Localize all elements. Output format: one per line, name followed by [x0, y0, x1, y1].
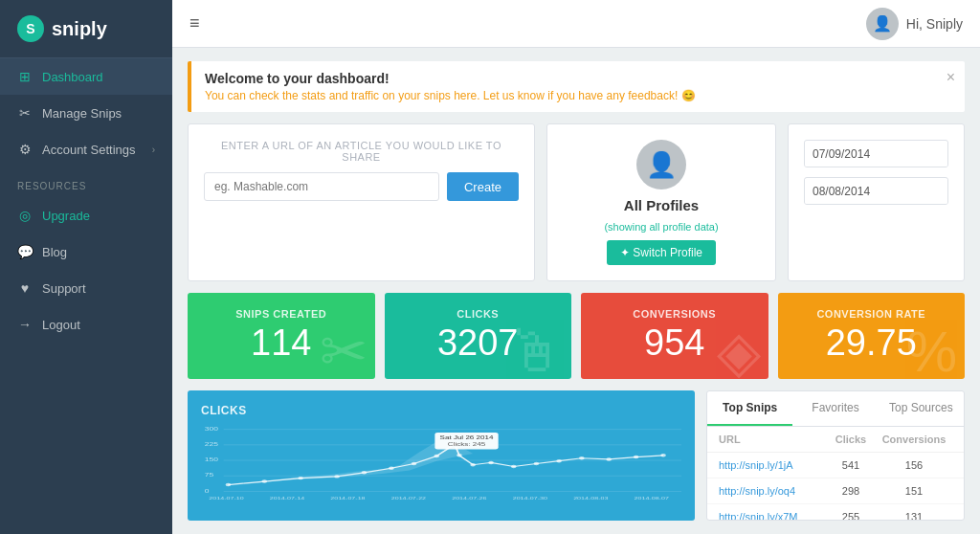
sidebar-item-label: Account Settings — [42, 143, 136, 157]
sidebar-item-account-settings[interactable]: ⚙ Account Settings › — [0, 131, 172, 167]
sidebar-item-support[interactable]: ♥ Support — [0, 270, 172, 306]
stat-bg-icon: 🖱 — [506, 319, 564, 379]
switch-profile-button[interactable]: ✦ Switch Profile — [607, 240, 716, 265]
main: ≡ 👤 Hi, Sniply Welcome to your dashboard… — [172, 0, 980, 534]
sidebar: S sniply ⊞ Dashboard ✂ Manage Snips ⚙ Ac… — [0, 0, 172, 534]
sidebar-item-label: Dashboard — [42, 70, 103, 84]
stat-bg-icon: ◈ — [717, 318, 761, 379]
chart-card: CLICKS 300 225 150 75 0 — [188, 390, 695, 521]
logo-text: sniply — [52, 18, 107, 40]
create-button[interactable]: Create — [447, 172, 519, 201]
gear-icon: ⚙ — [17, 142, 33, 157]
logout-icon: → — [17, 317, 33, 332]
stat-value: 954 — [644, 323, 704, 364]
svg-text:2014-07-10: 2014-07-10 — [209, 496, 244, 500]
svg-text:75: 75 — [205, 473, 214, 478]
row-clicks: 541 — [826, 459, 876, 471]
start-date-row: 📅 — [804, 140, 948, 167]
blog-icon: 💬 — [17, 244, 33, 259]
row-conversions: 151 — [876, 485, 952, 497]
start-date-input[interactable] — [805, 142, 948, 167]
logo[interactable]: S sniply — [0, 0, 172, 58]
upgrade-icon: ◎ — [17, 208, 33, 223]
table-row[interactable]: http://snip.ly/x7M 255 131 — [707, 504, 964, 520]
topbar-right: 👤 Hi, Sniply — [866, 8, 963, 40]
sidebar-item-upgrade[interactable]: ◎ Upgrade — [0, 197, 172, 234]
tabs-row: Top Snips Favorites Top Sources — [707, 391, 964, 427]
svg-text:225: 225 — [205, 442, 218, 447]
stat-label: SNIPS CREATED — [235, 308, 326, 320]
tab-top-snips[interactable]: Top Snips — [707, 391, 792, 426]
url-input[interactable] — [204, 172, 439, 201]
logo-icon: S — [17, 15, 44, 42]
sidebar-item-blog[interactable]: 💬 Blog — [0, 234, 172, 270]
svg-point-28 — [660, 454, 666, 456]
svg-point-14 — [362, 471, 368, 474]
sidebar-nav: ⊞ Dashboard ✂ Manage Snips ⚙ Account Set… — [0, 58, 172, 534]
svg-text:2014-08-07: 2014-08-07 — [635, 496, 669, 500]
sidebar-item-label: Logout — [42, 318, 80, 332]
table-row[interactable]: http://snip.ly/oq4 298 151 — [707, 478, 964, 504]
chart-svg: 300 225 150 75 0 — [201, 425, 681, 505]
row-conversions: 156 — [876, 459, 952, 471]
url-input-card: ENTER A URL OF AN ARTICLE YOU WOULD LIKE… — [188, 123, 535, 281]
svg-text:2014-07-26: 2014-07-26 — [452, 496, 487, 500]
row-url: http://snip.ly/oq4 — [719, 485, 826, 497]
svg-text:150: 150 — [205, 457, 218, 462]
content-area: Welcome to your dashboard! You can check… — [172, 48, 980, 534]
tab-favorites[interactable]: Favorites — [792, 391, 878, 426]
url-input-row: Create — [204, 172, 519, 201]
stat-value: 29.75 — [826, 323, 917, 364]
row-url: http://snip.ly/x7M — [719, 511, 826, 520]
sidebar-item-label: Support — [42, 281, 86, 296]
profile-name: All Profiles — [624, 197, 699, 213]
svg-point-16 — [412, 462, 417, 465]
svg-point-24 — [556, 459, 562, 462]
svg-point-27 — [634, 456, 639, 458]
topbar: ≡ 👤 Hi, Sniply — [172, 0, 980, 48]
sidebar-item-dashboard[interactable]: ⊞ Dashboard — [0, 58, 172, 95]
row-clicks: 298 — [826, 485, 876, 497]
svg-point-21 — [488, 461, 494, 464]
row-url: http://snip.ly/1jA — [719, 459, 826, 471]
svg-text:Clicks: 245: Clicks: 245 — [448, 442, 486, 447]
hamburger-menu[interactable]: ≡ — [189, 13, 200, 33]
svg-text:0: 0 — [205, 488, 210, 493]
stat-conversions: CONVERSIONS 954 ◈ — [581, 293, 768, 379]
end-date-input[interactable] — [805, 179, 948, 204]
table-body: http://snip.ly/1jA 541 156 http://snip.l… — [707, 453, 964, 520]
avatar: 👤 — [636, 140, 686, 189]
sidebar-item-label: Manage Snips — [42, 106, 122, 121]
bottom-row: CLICKS 300 225 150 75 0 — [188, 390, 965, 521]
svg-point-10 — [226, 483, 232, 486]
row-clicks: 255 — [826, 511, 876, 520]
svg-text:2014-07-30: 2014-07-30 — [513, 496, 548, 500]
tab-top-sources[interactable]: Top Sources — [879, 391, 964, 426]
chart-title: CLICKS — [201, 404, 681, 417]
chevron-right-icon: › — [152, 145, 155, 155]
profile-card: 👤 All Profiles (showing all profile data… — [546, 123, 776, 281]
date-range-card: 📅 📅 — [788, 123, 965, 281]
welcome-title: Welcome to your dashboard! — [205, 71, 951, 86]
topbar-greeting: Hi, Sniply — [906, 16, 963, 32]
welcome-message: You can check the stats and traffic on y… — [205, 89, 951, 102]
stat-snips-created: SNIPS CREATED 114 ✂ — [188, 293, 375, 379]
sidebar-item-logout[interactable]: → Logout — [0, 306, 172, 343]
col-clicks: Clicks — [826, 434, 876, 445]
svg-point-20 — [470, 463, 476, 466]
svg-point-17 — [434, 455, 439, 457]
close-banner-button[interactable]: × — [947, 69, 955, 86]
svg-point-11 — [261, 479, 267, 482]
url-input-label: ENTER A URL OF AN ARTICLE YOU WOULD LIKE… — [204, 140, 519, 163]
sidebar-item-manage-snips[interactable]: ✂ Manage Snips — [0, 95, 172, 131]
row-conversions: 131 — [876, 511, 952, 520]
svg-text:2014-08-03: 2014-08-03 — [573, 496, 609, 500]
table-row[interactable]: http://snip.ly/1jA 541 156 — [707, 453, 964, 478]
sidebar-item-label: Upgrade — [42, 209, 90, 223]
chart-area: 300 225 150 75 0 — [201, 425, 681, 505]
sidebar-item-label: Blog — [42, 245, 67, 259]
stat-bg-icon: ✂ — [320, 318, 368, 379]
stat-value: 114 — [251, 323, 311, 364]
right-panel: Top Snips Favorites Top Sources URL Clic… — [706, 390, 965, 521]
heart-icon: ♥ — [17, 280, 33, 296]
